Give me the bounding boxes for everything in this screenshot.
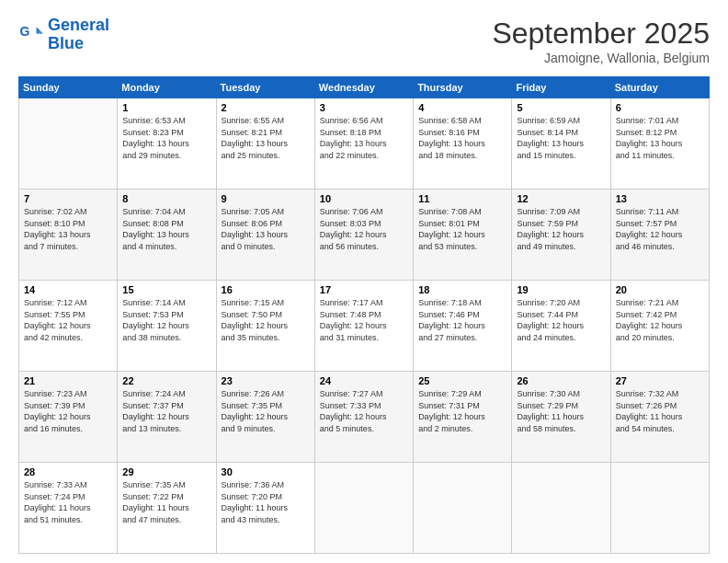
day-info: Sunrise: 7:23 AM Sunset: 7:39 PM Dayligh… (24, 388, 112, 434)
calendar-cell: 15Sunrise: 7:14 AM Sunset: 7:53 PM Dayli… (118, 281, 216, 372)
calendar-cell: 1Sunrise: 6:53 AM Sunset: 8:23 PM Daylig… (118, 98, 216, 190)
calendar-cell: 4Sunrise: 6:58 AM Sunset: 8:16 PM Daylig… (414, 98, 512, 190)
day-info: Sunrise: 7:08 AM Sunset: 8:01 PM Dayligh… (418, 206, 506, 252)
day-info: Sunrise: 6:58 AM Sunset: 8:16 PM Dayligh… (418, 115, 506, 161)
day-info: Sunrise: 6:59 AM Sunset: 8:14 PM Dayligh… (517, 115, 605, 161)
day-info: Sunrise: 7:05 AM Sunset: 8:06 PM Dayligh… (222, 206, 310, 252)
logo-general: General (48, 16, 109, 34)
calendar-cell: 25Sunrise: 7:29 AM Sunset: 7:31 PM Dayli… (414, 372, 512, 463)
weekday-header-wednesday: Wednesday (314, 77, 413, 98)
calendar-cell: 23Sunrise: 7:26 AM Sunset: 7:35 PM Dayli… (216, 372, 314, 463)
calendar-cell: 29Sunrise: 7:35 AM Sunset: 7:22 PM Dayli… (118, 463, 216, 554)
header: G General Blue September 2025 Jamoigne, … (18, 17, 710, 65)
logo-text: General Blue (48, 17, 109, 53)
calendar-cell: 27Sunrise: 7:32 AM Sunset: 7:26 PM Dayli… (610, 372, 709, 463)
calendar-cell: 21Sunrise: 7:23 AM Sunset: 7:39 PM Dayli… (19, 372, 118, 463)
calendar-cell: 2Sunrise: 6:55 AM Sunset: 8:21 PM Daylig… (216, 98, 314, 190)
calendar-cell: 22Sunrise: 7:24 AM Sunset: 7:37 PM Dayli… (118, 372, 216, 463)
calendar-cell (414, 463, 512, 554)
month-title: September 2025 (492, 17, 710, 51)
day-number: 4 (418, 102, 506, 113)
day-number: 17 (320, 284, 408, 295)
calendar-cell: 26Sunrise: 7:30 AM Sunset: 7:29 PM Dayli… (512, 372, 610, 463)
day-number: 15 (122, 284, 210, 295)
day-info: Sunrise: 7:24 AM Sunset: 7:37 PM Dayligh… (122, 388, 210, 434)
calendar-cell: 11Sunrise: 7:08 AM Sunset: 8:01 PM Dayli… (414, 190, 512, 281)
day-info: Sunrise: 7:36 AM Sunset: 7:20 PM Dayligh… (222, 479, 310, 525)
calendar-cell (512, 463, 610, 554)
calendar-cell (19, 98, 118, 190)
calendar-body: 1Sunrise: 6:53 AM Sunset: 8:23 PM Daylig… (19, 98, 710, 554)
calendar-table: SundayMondayTuesdayWednesdayThursdayFrid… (18, 76, 710, 554)
day-info: Sunrise: 7:12 AM Sunset: 7:55 PM Dayligh… (24, 297, 112, 343)
calendar-cell: 18Sunrise: 7:18 AM Sunset: 7:46 PM Dayli… (414, 281, 512, 372)
day-info: Sunrise: 7:20 AM Sunset: 7:44 PM Dayligh… (517, 297, 605, 343)
calendar-cell (314, 463, 413, 554)
day-info: Sunrise: 7:14 AM Sunset: 7:53 PM Dayligh… (122, 297, 210, 343)
day-info: Sunrise: 7:11 AM Sunset: 7:57 PM Dayligh… (616, 206, 704, 252)
day-number: 26 (517, 375, 605, 386)
day-number: 20 (616, 284, 704, 295)
logo: G General Blue (18, 17, 109, 53)
day-number: 14 (24, 284, 112, 295)
day-number: 12 (517, 193, 605, 204)
day-number: 6 (616, 102, 704, 113)
day-info: Sunrise: 7:17 AM Sunset: 7:48 PM Dayligh… (320, 297, 408, 343)
day-info: Sunrise: 7:21 AM Sunset: 7:42 PM Dayligh… (616, 297, 704, 343)
weekday-header-thursday: Thursday (414, 77, 512, 98)
day-number: 8 (122, 193, 210, 204)
calendar-cell: 24Sunrise: 7:27 AM Sunset: 7:33 PM Dayli… (314, 372, 413, 463)
day-number: 7 (24, 193, 112, 204)
calendar-cell: 30Sunrise: 7:36 AM Sunset: 7:20 PM Dayli… (216, 463, 314, 554)
calendar-cell: 16Sunrise: 7:15 AM Sunset: 7:50 PM Dayli… (216, 281, 314, 372)
calendar-cell: 8Sunrise: 7:04 AM Sunset: 8:08 PM Daylig… (118, 190, 216, 281)
day-info: Sunrise: 7:06 AM Sunset: 8:03 PM Dayligh… (320, 206, 408, 252)
day-info: Sunrise: 7:27 AM Sunset: 7:33 PM Dayligh… (320, 388, 408, 434)
day-number: 23 (222, 375, 310, 386)
weekday-header-monday: Monday (118, 77, 216, 98)
day-number: 11 (418, 193, 506, 204)
day-number: 18 (418, 284, 506, 295)
calendar-cell: 9Sunrise: 7:05 AM Sunset: 8:06 PM Daylig… (216, 190, 314, 281)
day-info: Sunrise: 7:35 AM Sunset: 7:22 PM Dayligh… (122, 479, 210, 525)
day-info: Sunrise: 6:56 AM Sunset: 8:18 PM Dayligh… (320, 115, 408, 161)
page: G General Blue September 2025 Jamoigne, … (0, 0, 728, 563)
day-number: 10 (320, 193, 408, 204)
calendar-cell: 5Sunrise: 6:59 AM Sunset: 8:14 PM Daylig… (512, 98, 610, 190)
day-number: 27 (616, 375, 704, 386)
title-block: September 2025 Jamoigne, Wallonia, Belgi… (492, 17, 710, 65)
week-row-2: 7Sunrise: 7:02 AM Sunset: 8:10 PM Daylig… (19, 190, 710, 281)
weekday-header-tuesday: Tuesday (216, 77, 314, 98)
day-info: Sunrise: 7:26 AM Sunset: 7:35 PM Dayligh… (222, 388, 310, 434)
weekday-header-friday: Friday (512, 77, 610, 98)
day-number: 28 (24, 466, 112, 477)
day-info: Sunrise: 7:01 AM Sunset: 8:12 PM Dayligh… (616, 115, 704, 161)
day-number: 2 (222, 102, 310, 113)
day-info: Sunrise: 7:30 AM Sunset: 7:29 PM Dayligh… (517, 388, 605, 434)
day-info: Sunrise: 7:02 AM Sunset: 8:10 PM Dayligh… (24, 206, 112, 252)
calendar-cell: 12Sunrise: 7:09 AM Sunset: 7:59 PM Dayli… (512, 190, 610, 281)
logo-icon: G (18, 22, 44, 48)
calendar-cell: 17Sunrise: 7:17 AM Sunset: 7:48 PM Dayli… (314, 281, 413, 372)
day-number: 24 (320, 375, 408, 386)
day-number: 13 (616, 193, 704, 204)
day-info: Sunrise: 7:18 AM Sunset: 7:46 PM Dayligh… (418, 297, 506, 343)
day-info: Sunrise: 7:04 AM Sunset: 8:08 PM Dayligh… (122, 206, 210, 252)
day-info: Sunrise: 7:32 AM Sunset: 7:26 PM Dayligh… (616, 388, 704, 434)
calendar-cell: 13Sunrise: 7:11 AM Sunset: 7:57 PM Dayli… (610, 190, 709, 281)
day-number: 25 (418, 375, 506, 386)
day-number: 5 (517, 102, 605, 113)
calendar-cell: 28Sunrise: 7:33 AM Sunset: 7:24 PM Dayli… (19, 463, 118, 554)
calendar-cell: 3Sunrise: 6:56 AM Sunset: 8:18 PM Daylig… (314, 98, 413, 190)
day-number: 9 (222, 193, 310, 204)
calendar-cell: 7Sunrise: 7:02 AM Sunset: 8:10 PM Daylig… (19, 190, 118, 281)
calendar-cell: 19Sunrise: 7:20 AM Sunset: 7:44 PM Dayli… (512, 281, 610, 372)
day-info: Sunrise: 7:33 AM Sunset: 7:24 PM Dayligh… (24, 479, 112, 525)
day-info: Sunrise: 6:55 AM Sunset: 8:21 PM Dayligh… (222, 115, 310, 161)
week-row-5: 28Sunrise: 7:33 AM Sunset: 7:24 PM Dayli… (19, 463, 710, 554)
day-number: 30 (222, 466, 310, 477)
weekday-header-row: SundayMondayTuesdayWednesdayThursdayFrid… (19, 77, 710, 98)
day-number: 29 (122, 466, 210, 477)
day-number: 3 (320, 102, 408, 113)
day-info: Sunrise: 7:15 AM Sunset: 7:50 PM Dayligh… (222, 297, 310, 343)
